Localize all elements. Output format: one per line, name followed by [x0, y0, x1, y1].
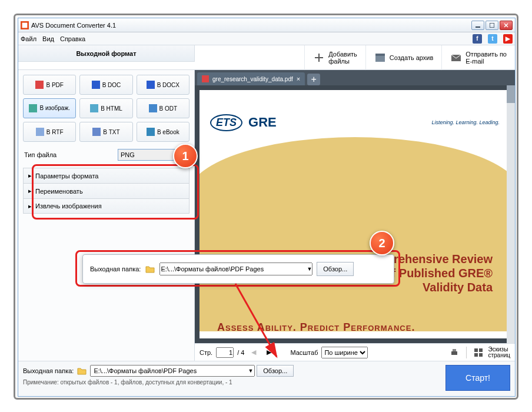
output-folder-label-popup: Выходная папка:: [90, 265, 141, 273]
svg-rect-19: [474, 348, 478, 352]
archive-icon: [374, 52, 386, 64]
menubar: Файл Вид Справка f t ▶: [18, 32, 515, 45]
format-image[interactable]: В изображ.: [23, 98, 76, 118]
add-files-label: Добавить файлы: [328, 51, 357, 65]
page-toolbar: Стр. / 4 ◀ ▶ Масштаб По ширине Эскизы ст…: [195, 343, 515, 361]
svg-rect-11: [90, 104, 98, 112]
prev-page-button[interactable]: ◀: [248, 347, 260, 358]
annotation-marker-1: 1: [173, 144, 198, 168]
rtf-icon: [36, 128, 44, 136]
facebook-icon[interactable]: f: [473, 34, 482, 44]
vertical-scrollbar[interactable]: [507, 85, 515, 343]
doc-icon: [92, 81, 100, 89]
svg-rect-14: [92, 128, 101, 136]
top-toolbar: Выходной формат Добавить файлы Создать а…: [18, 45, 515, 70]
tabbar: gre_research_validity_data.pdf × +: [195, 70, 515, 85]
svg-rect-3: [490, 23, 494, 28]
svg-rect-15: [147, 128, 155, 136]
create-archive-label: Создать архив: [390, 54, 433, 61]
print-button[interactable]: [448, 347, 460, 358]
new-tab-button[interactable]: +: [307, 74, 320, 85]
tagline: Listening. Learning. Leading.: [431, 119, 500, 125]
odt-icon: [149, 104, 157, 112]
tab-close-icon[interactable]: ×: [297, 75, 300, 82]
zoom-select[interactable]: По ширине: [321, 347, 368, 358]
chevron-right-icon: ▸: [28, 202, 32, 210]
format-docx[interactable]: В DOCX: [137, 75, 189, 95]
page-input[interactable]: [216, 347, 234, 358]
assess-text: Assess Ability. Predict Performance.: [217, 321, 415, 334]
output-folder-input-popup[interactable]: [159, 263, 312, 275]
swoop-graphic: [200, 137, 510, 331]
titlebar: AVS Document Converter 4.1: [18, 18, 515, 32]
chevron-right-icon: ▸: [28, 187, 32, 195]
svg-rect-16: [202, 75, 209, 82]
dropdown-icon[interactable]: ▼: [248, 368, 253, 374]
accordion: ▸Параметры формата ▸Переименовать ▸Извле…: [23, 168, 189, 214]
menu-help[interactable]: Справка: [60, 35, 85, 42]
next-page-button[interactable]: ▶: [263, 347, 275, 358]
tab-label: gre_research_validity_data.pdf: [212, 76, 293, 82]
add-files-button[interactable]: Добавить файлы: [304, 45, 365, 70]
svg-rect-12: [149, 104, 157, 112]
start-button[interactable]: Старт!: [445, 365, 510, 391]
svg-rect-17: [451, 351, 457, 355]
sidebar: В PDF В DOC В DOCX В изображ. В HTML В O…: [18, 70, 195, 361]
send-email-label: Отправить по E-mail: [466, 51, 507, 65]
svg-rect-1: [22, 22, 28, 28]
file-type-label: Тип файла: [24, 151, 56, 158]
email-icon: [450, 52, 462, 64]
twitter-icon[interactable]: t: [488, 34, 497, 44]
zoom-label: Масштаб: [290, 349, 318, 356]
youtube-icon[interactable]: ▶: [503, 34, 513, 44]
format-txt[interactable]: В TXT: [79, 122, 132, 142]
document-viewport[interactable]: ETS GRE Listening. Learning. Leading. A …: [195, 85, 515, 343]
svg-rect-5: [375, 54, 385, 56]
minimize-button[interactable]: [471, 21, 484, 30]
ebook-icon: [147, 128, 155, 136]
svg-rect-2: [476, 26, 480, 28]
format-rtf[interactable]: В RTF: [23, 122, 76, 142]
page-label: Стр.: [200, 349, 212, 356]
format-ebook[interactable]: В eBook: [137, 122, 189, 142]
image-icon: [29, 104, 37, 112]
pdf-icon: [35, 81, 44, 89]
format-odt[interactable]: В ODT: [137, 98, 189, 118]
svg-rect-7: [35, 81, 44, 89]
menu-view[interactable]: Вид: [42, 35, 54, 42]
window-title: AVS Document Converter 4.1: [31, 22, 471, 29]
txt-icon: [92, 128, 101, 136]
folder-icon: [77, 367, 87, 375]
format-html[interactable]: В HTML: [79, 98, 132, 118]
print-icon: [450, 348, 459, 357]
pdf-file-icon: [202, 75, 209, 82]
accordion-format-params[interactable]: ▸Параметры формата: [23, 168, 189, 183]
footer: Выходная папка: ▼ Обзор... Примечание: о…: [18, 361, 515, 396]
output-folder-input[interactable]: [90, 365, 255, 377]
format-doc[interactable]: В DOC: [79, 75, 132, 95]
close-button[interactable]: [500, 21, 513, 30]
create-archive-button[interactable]: Создать архив: [365, 45, 441, 70]
send-email-button[interactable]: Отправить по E-mail: [441, 45, 515, 70]
browse-button-footer[interactable]: Обзор...: [257, 365, 294, 377]
ets-logo: ETS: [210, 114, 242, 131]
maximize-button[interactable]: [486, 21, 498, 30]
thumbnails-button[interactable]: [473, 347, 484, 358]
document-tab[interactable]: gre_research_validity_data.pdf ×: [197, 72, 305, 85]
app-icon: [21, 21, 29, 29]
browse-button-popup[interactable]: Обзор...: [317, 262, 354, 276]
accordion-extract-images[interactable]: ▸Извлечь изображения: [23, 198, 189, 214]
output-folder-popup: Выходная папка: ▼ Обзор...: [82, 254, 394, 284]
svg-rect-8: [92, 81, 100, 89]
menu-file[interactable]: Файл: [21, 35, 36, 42]
svg-rect-9: [147, 81, 155, 89]
output-folder-label: Выходная папка:: [23, 367, 74, 374]
annotation-marker-2: 2: [370, 231, 394, 255]
dropdown-icon[interactable]: ▼: [307, 266, 312, 272]
svg-rect-22: [479, 353, 483, 357]
accordion-rename[interactable]: ▸Переименовать: [23, 183, 189, 198]
main-area: В PDF В DOC В DOCX В изображ. В HTML В O…: [18, 70, 515, 361]
format-pdf[interactable]: В PDF: [23, 75, 76, 95]
output-format-heading: Выходной формат: [18, 45, 195, 62]
page-total: / 4: [237, 349, 244, 356]
